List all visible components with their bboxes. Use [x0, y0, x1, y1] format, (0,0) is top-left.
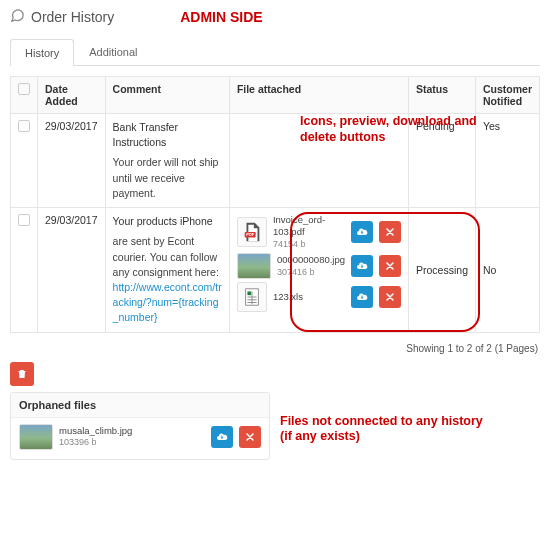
orphaned-files-panel: Orphaned files musala_climb.jpg103396 b — [10, 392, 270, 460]
pager: Showing 1 to 2 of 2 (1 Pages) — [0, 343, 550, 362]
download-button[interactable] — [351, 255, 373, 277]
table-row: 29/03/2017 Bank Transfer Instructions Yo… — [11, 114, 540, 208]
col-status: Status — [409, 77, 476, 114]
orphaned-files-title: Orphaned files — [11, 393, 269, 418]
file-item: musala_climb.jpg103396 b — [19, 424, 261, 450]
download-button[interactable] — [211, 426, 233, 448]
cell-notified: No — [475, 208, 539, 333]
tab-additional[interactable]: Additional — [74, 38, 152, 65]
delete-button[interactable] — [379, 221, 401, 243]
table-row: 29/03/2017 Your products iPhone are sent… — [11, 208, 540, 333]
delete-button[interactable] — [379, 286, 401, 308]
col-notified: Customer Notified — [475, 77, 539, 114]
admin-side-label: ADMIN SIDE — [180, 9, 262, 25]
tab-history[interactable]: History — [10, 39, 74, 66]
download-button[interactable] — [351, 286, 373, 308]
cell-status: Pending — [409, 114, 476, 208]
col-comment: Comment — [105, 77, 229, 114]
delete-selected-button[interactable] — [10, 362, 34, 386]
file-item: 123.xls — [237, 282, 401, 312]
cell-date: 29/03/2017 — [38, 114, 106, 208]
download-button[interactable] — [351, 221, 373, 243]
cell-status: Processing — [409, 208, 476, 333]
select-all-checkbox[interactable] — [18, 83, 30, 95]
row-checkbox[interactable] — [18, 120, 30, 132]
page-title: Order History — [31, 9, 114, 25]
pdf-icon[interactable] — [237, 217, 267, 247]
comment-icon — [10, 8, 25, 26]
image-icon[interactable] — [237, 253, 271, 279]
cell-date: 29/03/2017 — [38, 208, 106, 333]
callout-orphans-text: Files not connected to any history (if a… — [280, 414, 490, 445]
cell-comment: Bank Transfer Instructions Your order wi… — [113, 120, 222, 201]
col-file: File attached — [229, 77, 408, 114]
tabs: History Additional — [10, 38, 540, 66]
history-table: Date Added Comment File attached Status … — [10, 76, 540, 333]
row-checkbox[interactable] — [18, 214, 30, 226]
delete-button[interactable] — [379, 255, 401, 277]
col-date: Date Added — [38, 77, 106, 114]
delete-button[interactable] — [239, 426, 261, 448]
tracking-link[interactable]: http://www.econt.com/tracking/?num={trac… — [113, 281, 222, 323]
file-item: Invoice_ord-103.pdf74154 b — [237, 214, 401, 250]
cell-notified: Yes — [475, 114, 539, 208]
image-icon[interactable] — [19, 424, 53, 450]
cell-comment: Your products iPhone are sent by Econt c… — [113, 214, 222, 326]
file-item: 0000000080.jpg307416 b — [237, 253, 401, 279]
xls-icon[interactable] — [237, 282, 267, 312]
